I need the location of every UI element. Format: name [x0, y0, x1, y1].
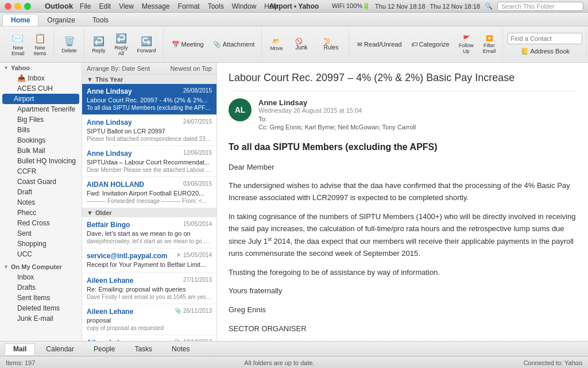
sidebar-computer-group[interactable]: ▼ On My Computer — [0, 262, 82, 272]
tab-people[interactable]: People — [85, 343, 123, 354]
tab-notes[interactable]: Notes — [163, 343, 198, 354]
sidebar-item-phecc[interactable]: Phecc — [0, 208, 82, 218]
email-item-2[interactable]: Anne Lindsay 12/06/2015 SIPTU/daa – Labo… — [82, 146, 216, 177]
mac-topbar: Outlook File Edit View Message Format To… — [0, 0, 588, 13]
sidebar-item-coastguard[interactable]: Coast Guard — [0, 177, 82, 187]
sort-label[interactable]: Arrange By: Date Sent — [87, 65, 150, 72]
traffic-lights[interactable] — [5, 3, 31, 10]
bottom-tabs: Mail Calendar People Tasks Notes — [0, 341, 588, 356]
menu-view[interactable]: View — [119, 2, 134, 10]
categorize-button[interactable]: 🏷 Categorize — [408, 40, 453, 49]
tab-organize[interactable]: Organize — [38, 14, 84, 26]
email-list-sort-header: Arrange By: Date Sent Newest on Top — [82, 63, 216, 75]
menu-edit[interactable]: Edit — [99, 2, 111, 10]
email-sender-3: AIDAN HOLLAND — [87, 181, 144, 189]
folder-search[interactable]: Search This Folder — [497, 2, 583, 11]
email-item-7[interactable]: Aileen Lehane 📎 26/11/2013 proposal copy… — [82, 304, 216, 335]
menu-tools[interactable]: Tools — [208, 2, 224, 10]
minimize-button[interactable] — [14, 3, 21, 10]
sidebar-item-shopping[interactable]: Shopping — [0, 239, 82, 249]
yahoo-collapse-arrow: ▼ — [3, 65, 9, 71]
tab-mail[interactable]: Mail — [5, 343, 35, 355]
main-area: ▼ Yahoo 📥 Inbox ACES CUH Airport Apartme… — [0, 63, 588, 341]
new-items-icon: 📋 — [34, 33, 46, 44]
delete-button[interactable]: 🗑️ Delete — [59, 34, 80, 55]
older-arrow: ▼ — [87, 209, 93, 216]
menu-message[interactable]: Message — [142, 2, 170, 10]
maximize-button[interactable] — [24, 3, 31, 10]
forward-button[interactable]: ↪️ Forward — [134, 34, 160, 55]
meeting-button[interactable]: 📅 Meeting — [168, 40, 207, 49]
app-name: Outlook — [45, 2, 73, 10]
sidebar-item-notes[interactable]: Notes — [0, 197, 82, 208]
delete-email-icon[interactable]: ✕ — [176, 252, 181, 258]
sidebar-item-ucc[interactable]: UCC — [0, 249, 82, 259]
cc-label: Cc: — [258, 124, 268, 131]
find-contact-input[interactable] — [508, 33, 582, 44]
sidebar-item-bullet[interactable]: Bullet HQ Invoicing — [0, 156, 82, 166]
sidebar-item-sent[interactable]: Sent — [0, 228, 82, 239]
sidebar-item-local-junk[interactable]: Junk E-mail — [0, 313, 82, 324]
sidebar-item-airport[interactable]: Airport — [2, 94, 79, 104]
sidebar-item-aces[interactable]: ACES CUH — [0, 83, 82, 94]
sidebar-item-bulkmail[interactable]: Bulk Mail — [0, 145, 82, 156]
sidebar-item-redcross[interactable]: Red Cross — [0, 218, 82, 228]
email-preview-6: Dave Firstly I sent email to you at 1045… — [87, 294, 212, 300]
sidebar-yahoo-group[interactable]: ▼ Yahoo — [0, 63, 82, 73]
rules-button[interactable]: 📜 Rules — [317, 35, 345, 53]
email-reading-title: Labour Court Rec. 20997 – 4% (2% & 2%) B… — [229, 72, 577, 91]
attachment-indicator-icon-2: 📎 — [175, 339, 181, 341]
close-button[interactable] — [5, 3, 11, 10]
menu-file[interactable]: File — [80, 2, 91, 10]
email-header-2: Anne Lindsay 12/06/2015 — [87, 150, 212, 158]
to-label: To: — [258, 116, 267, 122]
email-body-p3: Trusting the foregoing to be of assistan… — [229, 267, 577, 279]
new-items-button[interactable]: 📋 NewItems — [30, 31, 50, 58]
sidebar-item-bookings[interactable]: Bookings — [0, 135, 82, 145]
reply-button[interactable]: ↩️ Reply — [89, 34, 109, 55]
new-email-button[interactable]: ✉️ New Email — [8, 31, 28, 58]
email-body-p4: Yours fraternally — [229, 285, 577, 297]
attachment-button[interactable]: 📎 Attachment — [210, 40, 258, 49]
sidebar-item-apartment[interactable]: Apartment Tenerife — [0, 104, 82, 114]
email-header-0: Anne Lindsay 26/08/2015 — [87, 87, 212, 95]
sidebar-item-draft[interactable]: Draft — [0, 187, 82, 197]
attachment-icon: 📎 — [213, 41, 221, 48]
tab-calendar[interactable]: Calendar — [37, 343, 83, 354]
email-sender-7: Aileen Lehane — [87, 308, 133, 316]
sidebar-item-inbox[interactable]: 📥 Inbox — [0, 73, 82, 83]
sidebar-item-local-drafts[interactable]: Drafts — [0, 282, 82, 293]
email-subject-2: SIPTU/daa – Labour Court Recommendat... — [87, 159, 212, 166]
email-item-0[interactable]: Anne Lindsay 26/08/2015 Labour Court Rec… — [82, 84, 216, 115]
email-body-salutation: Dear Member — [229, 162, 577, 174]
sort-order[interactable]: Newest on Top — [170, 65, 212, 72]
sidebar-item-ccfr[interactable]: CCFR — [0, 166, 82, 177]
sidebar-item-local-deleted[interactable]: Deleted Items — [0, 303, 82, 313]
read-unread-button[interactable]: ✉ Read/Unread — [354, 40, 405, 49]
sidebar-item-local-inbox[interactable]: Inbox — [0, 272, 82, 282]
email-item-5[interactable]: service@intl.paypal.com ✕ 15/05/2014 Rec… — [82, 248, 216, 273]
reply-all-button[interactable]: ↩️ ReplyAll — [111, 31, 131, 58]
sidebar-yahoo-label: Yahoo — [11, 64, 30, 71]
sidebar-item-local-sent[interactable]: Sent Items — [0, 293, 82, 303]
email-item-6[interactable]: Aileen Lehane 27/11/2013 Re: Emailing: p… — [82, 273, 216, 304]
email-item-3[interactable]: AIDAN HOLLAND 03/06/2015 Fwd: Invitation… — [82, 177, 216, 208]
address-book-button[interactable]: 📒 Address Book — [508, 47, 582, 56]
menu-format[interactable]: Format — [178, 2, 200, 10]
email-item-4[interactable]: Betfair Bingo 15/05/2014 Dave, let's sta… — [82, 217, 216, 248]
tab-tasks[interactable]: Tasks — [126, 343, 161, 354]
junk-button[interactable]: 🚫 Junk — [288, 35, 315, 53]
follow-up-button[interactable]: 🚩 FollowUp — [455, 33, 477, 56]
email-preview-3: ---------- Forwarded message ---------- … — [87, 198, 212, 204]
tab-tools[interactable]: Tools — [84, 14, 117, 26]
email-header-6: Aileen Lehane 27/11/2013 — [87, 277, 212, 285]
tab-home[interactable]: Home — [2, 14, 38, 26]
sidebar-item-bills[interactable]: Bills — [0, 125, 82, 135]
filter-email-button[interactable]: 🔽 FilterEmail — [479, 33, 500, 56]
sidebar-item-bigfiles[interactable]: Big Files — [0, 114, 82, 125]
move-button[interactable]: 📂 Move — [266, 36, 286, 53]
search-icon[interactable]: 🔍 — [485, 2, 493, 10]
menu-window[interactable]: Window — [232, 2, 257, 10]
email-item-1[interactable]: Anne Lindsay 24/07/2015 SIPTU Ballot on … — [82, 115, 216, 146]
email-item-8[interactable]: Aileen Lehane 📎 10/10/2013 Re: Security … — [82, 335, 216, 341]
